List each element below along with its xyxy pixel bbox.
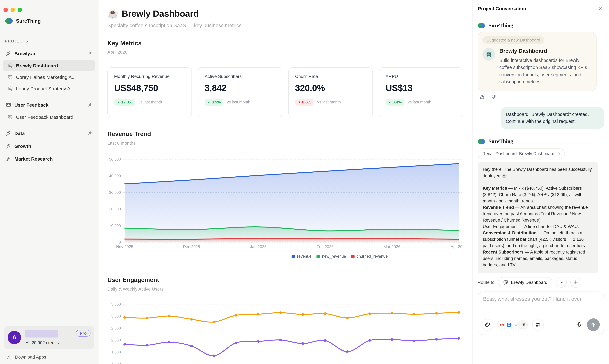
sidebar-footer: A 20,902 credits Pro Download Apps bbox=[0, 321, 98, 364]
suggestion-badge: Suggested a new Dashboard bbox=[482, 36, 544, 44]
pin-icon[interactable] bbox=[87, 102, 92, 107]
dashboard-main: ☕ Brewly Dashboard Specialty coffee subs… bbox=[98, 0, 472, 364]
assistant-message-paragraph: Key Metrics — MRR ($48,750), Active Subs… bbox=[483, 185, 593, 205]
arrow-up-icon bbox=[590, 322, 596, 328]
revenue-chart-svg: 50,00040,00030,00020,00010,0000Nov 2025D… bbox=[107, 153, 463, 250]
metric-value: 3,842 bbox=[205, 83, 276, 93]
thumbs-down-button[interactable] bbox=[491, 94, 496, 100]
sidebar-item-brewly-ai[interactable]: Brewly.ai bbox=[3, 47, 95, 60]
rocket-icon bbox=[6, 143, 11, 149]
window-close-button[interactable] bbox=[3, 8, 8, 12]
metric-card-active-subscribers: Active Subscribers3,842▲8.5%vs last mont… bbox=[198, 67, 282, 117]
pin-icon[interactable] bbox=[87, 130, 92, 136]
conversation-title: Project Conversation bbox=[478, 6, 526, 11]
sidebar-item-market-research[interactable]: Market Research bbox=[3, 152, 95, 165]
sidebar-item-label: User Feedback bbox=[14, 102, 84, 107]
pin-icon[interactable] bbox=[87, 51, 92, 56]
grid-plus-icon bbox=[535, 322, 541, 328]
sidebar-item-user-feedback[interactable]: User Feedback bbox=[3, 98, 95, 111]
assistant-message: Hey there! The Brewly Dashboard has been… bbox=[478, 162, 598, 273]
metric-delta-badge: ▼0.8% bbox=[295, 99, 314, 106]
revenue-trend-chart: 50,00040,00030,00020,00010,0000Nov 2025D… bbox=[107, 153, 463, 259]
svg-text:1,500: 1,500 bbox=[111, 350, 121, 354]
metric-value: 320.0% bbox=[295, 83, 366, 93]
user-name-redacted bbox=[25, 330, 58, 338]
sidebar-item-user-feedback-dashboard[interactable]: User Feedback Dashboard bbox=[3, 111, 95, 123]
divider bbox=[107, 296, 463, 296]
sidebar-item-label: Growth bbox=[14, 143, 92, 149]
presentation-icon bbox=[8, 63, 13, 68]
brand-name: SureThing bbox=[16, 18, 41, 24]
legend-item-churned_revenue[interactable]: churned_revenue bbox=[351, 254, 388, 259]
metric-card-churn-rate: Churn Rate320.0%▼0.8%vs last month bbox=[288, 67, 373, 117]
dashboard-icon bbox=[482, 48, 495, 61]
divider bbox=[107, 59, 463, 59]
feedback-buttons bbox=[480, 94, 604, 100]
arrow-up-icon: ▲ bbox=[208, 101, 210, 104]
metric-cards-row: Monthly Recurring RevenueUS$48,750▲12.3%… bbox=[107, 67, 463, 117]
metric-comparison-label: vs last month bbox=[317, 100, 341, 104]
ellipsis-icon bbox=[559, 279, 564, 285]
window-minimize-button[interactable] bbox=[11, 8, 15, 12]
window-zoom-button[interactable] bbox=[18, 8, 22, 12]
sidebar-item-label: Market Research bbox=[14, 156, 92, 161]
user-account-card[interactable]: A 20,902 credits Pro bbox=[4, 326, 94, 349]
route-to-label: Route to bbox=[478, 280, 495, 285]
sidebar-item-corey-haines-marketing-a[interactable]: Corey Haines Marketing A... bbox=[3, 71, 95, 83]
assistant-message-paragraph: User Engagement — A line chart for DAU &… bbox=[483, 223, 593, 230]
screenshot-stage: SureThing PROJECTS Brewly.aiBrewly Dashb… bbox=[0, 0, 609, 364]
voice-input-button[interactable] bbox=[576, 322, 582, 328]
project-conversation-panel: Project Conversation SureThing Suggested… bbox=[472, 0, 609, 364]
recall-dashboard-chip[interactable]: Recall Dashboard: Brewly Dashboard bbox=[478, 149, 565, 159]
apps-grid-button[interactable] bbox=[532, 319, 544, 330]
rocket-icon bbox=[6, 156, 11, 161]
close-icon bbox=[598, 6, 604, 11]
conversation-body: SureThing Suggested a new Dashboard Brew… bbox=[472, 17, 609, 364]
thumbs-up-icon bbox=[480, 94, 485, 100]
metric-value: US$13 bbox=[386, 83, 457, 93]
sidebar-item-growth[interactable]: Growth bbox=[3, 140, 95, 152]
metric-label: Monthly Recurring Revenue bbox=[114, 74, 185, 79]
projects-section-label: PROJECTS bbox=[5, 39, 28, 43]
key-metrics-period: April 2026 bbox=[107, 50, 463, 55]
revenue-chart-legend: revenuenew_revenuechurned_revenue bbox=[107, 254, 463, 259]
assistant-message-paragraph: Conversion & Distribution — On the left,… bbox=[483, 230, 593, 249]
thumbs-up-button[interactable] bbox=[480, 94, 485, 100]
metric-comparison-label: vs last month bbox=[227, 100, 250, 104]
legend-item-revenue[interactable]: revenue bbox=[291, 254, 311, 259]
user-message: Dashboard "Brewly Dashboard" created. Co… bbox=[501, 107, 604, 129]
legend-label: new_revenue bbox=[322, 254, 346, 259]
sidebar-item-lenny-product-strategy-a[interactable]: Lenny Product Strategy A... bbox=[3, 83, 95, 94]
route-target-button[interactable]: Brewly Dashboard bbox=[498, 277, 553, 287]
route-to-row: Route to Brewly Dashboard bbox=[478, 277, 604, 288]
route-more-button[interactable] bbox=[556, 277, 567, 288]
svg-text:1,000: 1,000 bbox=[111, 362, 121, 364]
download-apps-button[interactable]: Download Apps bbox=[6, 354, 94, 360]
send-button[interactable] bbox=[587, 318, 600, 331]
composer-input[interactable] bbox=[478, 292, 604, 315]
svg-text:Jan 2026: Jan 2026 bbox=[250, 244, 267, 249]
sidebar: SureThing PROJECTS Brewly.aiBrewly Dashb… bbox=[0, 0, 98, 364]
dashboard-suggestion-card[interactable]: Suggested a new Dashboard Brewly Dashboa… bbox=[478, 32, 596, 91]
close-panel-button[interactable] bbox=[598, 6, 604, 11]
svg-text:2,000: 2,000 bbox=[111, 338, 121, 342]
svg-text:20,000: 20,000 bbox=[109, 207, 121, 211]
legend-label: churned_revenue bbox=[357, 254, 388, 259]
legend-item-new_revenue[interactable]: new_revenue bbox=[317, 254, 346, 259]
window-controls bbox=[0, 0, 98, 12]
metric-label: Churn Rate bbox=[295, 74, 366, 79]
svg-text:3,000: 3,000 bbox=[111, 314, 121, 318]
sidebar-item-data[interactable]: Data bbox=[3, 127, 95, 140]
assistant-message-paragraph: Revenue Trend — An area chart showing th… bbox=[483, 204, 593, 223]
microphone-icon bbox=[576, 322, 582, 328]
route-add-button[interactable] bbox=[570, 277, 581, 288]
sidebar-item-brewly-dashboard[interactable]: Brewly Dashboard bbox=[3, 60, 95, 71]
paperclip-icon bbox=[485, 322, 490, 328]
connected-apps[interactable]: +6 bbox=[497, 320, 528, 329]
arrow-up-icon: ▲ bbox=[117, 101, 120, 104]
attach-file-button[interactable] bbox=[482, 319, 493, 330]
assistant-message-paragraph: Recent Subscribers — A table of recently… bbox=[483, 249, 593, 268]
add-project-icon[interactable] bbox=[87, 38, 93, 44]
key-metrics-heading: Key Metrics bbox=[107, 40, 463, 47]
surething-logo-icon bbox=[478, 23, 485, 29]
